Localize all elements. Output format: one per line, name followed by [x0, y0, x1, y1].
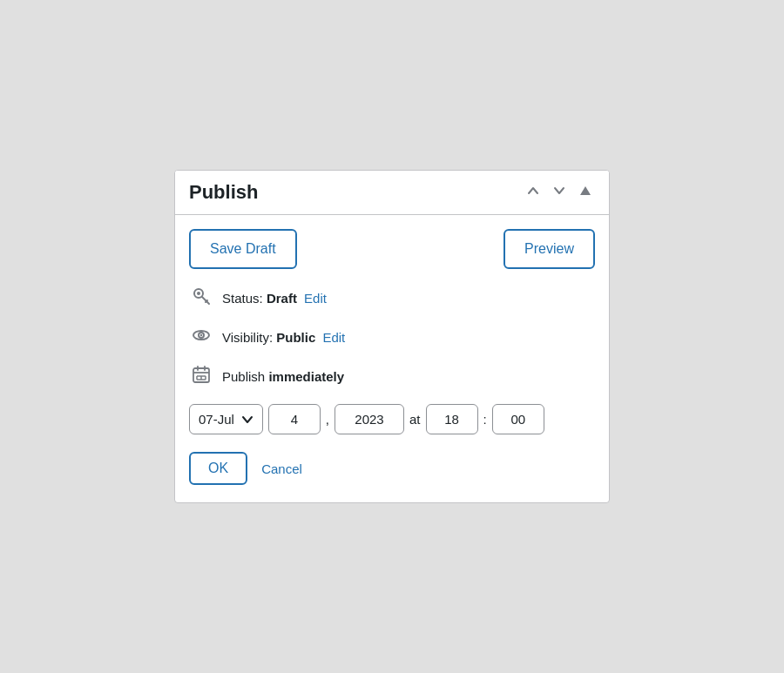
- panel-title: Publish: [189, 181, 258, 204]
- expand-button[interactable]: [576, 183, 595, 201]
- preview-button[interactable]: Preview: [504, 229, 595, 269]
- minute-input[interactable]: [492, 404, 544, 434]
- time-colon: :: [483, 412, 487, 427]
- status-value: Draft: [267, 291, 297, 306]
- date-time-row: 07-Jul , at :: [189, 404, 595, 434]
- collapse-up-button[interactable]: [524, 183, 543, 201]
- publish-value: immediately: [268, 369, 344, 384]
- cancel-link[interactable]: Cancel: [261, 461, 302, 476]
- collapse-down-button[interactable]: [550, 183, 569, 201]
- chevron-up-icon: [527, 185, 539, 197]
- publish-label: Publish: [222, 369, 265, 384]
- svg-line-4: [206, 300, 207, 302]
- comma-separator: ,: [326, 412, 329, 427]
- calendar-icon: [189, 365, 213, 388]
- hour-input[interactable]: [426, 404, 478, 434]
- publish-panel: Publish Save Draft Preview: [174, 170, 610, 503]
- publish-row: Publish immediately: [189, 365, 595, 388]
- visibility-value: Public: [276, 330, 315, 345]
- ok-button[interactable]: OK: [189, 452, 247, 485]
- eye-icon: [189, 326, 213, 349]
- status-edit-link[interactable]: Edit: [304, 291, 327, 306]
- panel-body: Save Draft Preview Status: Draft Edit: [175, 215, 609, 502]
- month-dropdown-icon: [241, 415, 253, 424]
- status-text: Status: Draft Edit: [222, 291, 327, 306]
- month-value: 07-Jul: [199, 412, 234, 427]
- key-icon: [189, 286, 213, 310]
- panel-header: Publish: [175, 171, 609, 215]
- action-buttons-row: Save Draft Preview: [189, 229, 595, 269]
- visibility-edit-link[interactable]: Edit: [322, 330, 345, 345]
- publish-text: Publish immediately: [222, 369, 344, 384]
- day-input[interactable]: [268, 404, 321, 434]
- visibility-row: Visibility: Public Edit: [189, 326, 595, 349]
- header-icons: [524, 183, 595, 201]
- visibility-label: Visibility:: [222, 330, 273, 345]
- ok-cancel-row: OK Cancel: [189, 452, 595, 485]
- svg-point-7: [200, 334, 202, 336]
- svg-marker-0: [580, 186, 591, 195]
- at-label: at: [409, 412, 421, 427]
- status-label: Status:: [222, 291, 263, 306]
- year-input[interactable]: [335, 404, 404, 434]
- status-row: Status: Draft Edit: [189, 286, 595, 310]
- chevron-down-icon: [553, 185, 565, 197]
- save-draft-button[interactable]: Save Draft: [189, 229, 297, 269]
- visibility-text: Visibility: Public Edit: [222, 330, 345, 345]
- triangle-up-icon: [579, 185, 591, 197]
- svg-point-2: [197, 292, 200, 295]
- month-select[interactable]: 07-Jul: [189, 404, 263, 434]
